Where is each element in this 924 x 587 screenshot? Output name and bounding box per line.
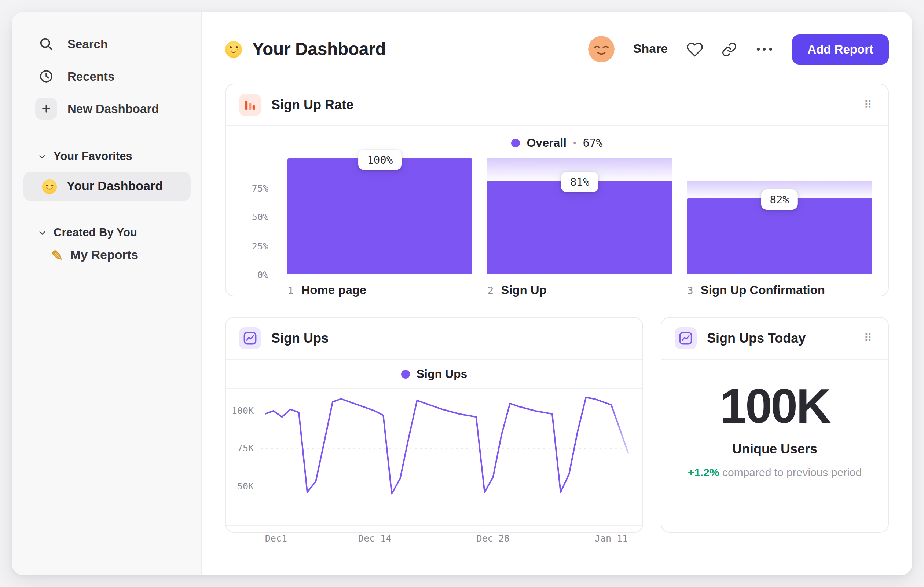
favorite-heart-button[interactable] bbox=[686, 41, 703, 58]
line-chart-icon bbox=[675, 327, 697, 349]
funnel-y-tick: 0% bbox=[257, 269, 268, 280]
funnel-bar[interactable] bbox=[287, 159, 473, 274]
sidebar-item-label: Your Dashboard bbox=[67, 179, 163, 194]
legend-value: 67% bbox=[582, 136, 602, 150]
line-y-tick: 50K bbox=[237, 480, 254, 491]
sidebar-item-your-dashboard[interactable]: Your Dashboard bbox=[23, 172, 191, 201]
card-title: Sign Ups bbox=[271, 331, 629, 346]
legend-series-name: Overall bbox=[526, 136, 566, 150]
page-title: Your Dashboard bbox=[252, 39, 386, 60]
created-by-you-section-header[interactable]: Created By You bbox=[12, 226, 201, 239]
more-options-button[interactable] bbox=[755, 43, 774, 55]
funnel-y-tick: 25% bbox=[252, 240, 268, 251]
sidebar-item-label: My Reports bbox=[70, 248, 138, 263]
link-icon bbox=[721, 41, 737, 57]
chevron-down-icon bbox=[38, 228, 46, 236]
sidebar-item-recents[interactable]: Recents bbox=[12, 60, 201, 93]
funnel-y-axis: 75% 50% 25% 0% bbox=[242, 159, 273, 274]
card-title: Sign Up Rate bbox=[271, 97, 851, 112]
share-button[interactable]: Share bbox=[633, 42, 668, 56]
user-avatar[interactable] bbox=[589, 36, 615, 62]
legend-dot-icon bbox=[401, 370, 410, 379]
sidebar-item-label: Recents bbox=[68, 69, 114, 83]
app-window: Search Recents New Dashboard Your Favori… bbox=[12, 12, 912, 575]
line-chart: 100K 75K 50K bbox=[226, 396, 642, 519]
ellipsis-icon bbox=[756, 48, 759, 51]
funnel-bar-value-label: 82% bbox=[761, 189, 797, 210]
smiley-face-icon bbox=[42, 179, 57, 194]
metric-value: 100K bbox=[662, 382, 888, 430]
sidebar-section-created-by-you: Created By You ✎ My Reports bbox=[12, 226, 201, 263]
x-tick-label: Jan 11 bbox=[595, 533, 628, 544]
funnel-column: 100% bbox=[287, 159, 473, 274]
section-title: Created By You bbox=[54, 226, 137, 239]
sidebar-section-favorites: Your Favorites Your Dashboard bbox=[12, 150, 201, 201]
legend-dot-icon bbox=[511, 139, 520, 147]
section-title: Your Favorites bbox=[54, 150, 132, 163]
favorites-section-header[interactable]: Your Favorites bbox=[12, 150, 201, 163]
funnel-y-tick: 50% bbox=[252, 211, 268, 222]
sidebar: Search Recents New Dashboard Your Favori… bbox=[12, 12, 202, 575]
sign-up-rate-card: Sign Up Rate ⠿ Overall • 67% 75% 50% 25%… bbox=[225, 84, 889, 296]
plus-icon bbox=[35, 98, 57, 120]
funnel-bar[interactable] bbox=[487, 180, 672, 274]
x-tick-label: Dec 28 bbox=[477, 533, 510, 544]
step-name: Home page bbox=[301, 283, 366, 297]
drag-handle-icon[interactable]: ⠿ bbox=[861, 330, 875, 346]
line-chart-icon bbox=[239, 327, 261, 349]
funnel-y-tick: 75% bbox=[252, 182, 268, 193]
funnel-column: 81% bbox=[487, 159, 672, 274]
dashboard-header: Your Dashboard Share bbox=[225, 32, 889, 66]
sign-ups-card: Sign Ups Sign Ups 100K 75K 50K bbox=[225, 317, 643, 533]
smiley-face-icon bbox=[225, 41, 242, 58]
copy-link-button[interactable] bbox=[721, 41, 737, 57]
line-y-tick: 75K bbox=[237, 443, 254, 454]
funnel-legend[interactable]: Overall • 67% bbox=[242, 136, 872, 150]
pencil-icon: ✎ bbox=[51, 248, 63, 262]
main-content: Your Dashboard Share bbox=[202, 12, 912, 575]
step-name: Sign Up bbox=[501, 283, 547, 297]
x-tick-label: Dec 14 bbox=[358, 533, 391, 544]
line-y-tick: 100K bbox=[232, 405, 254, 416]
funnel-step-label: 3 Sign Up Confirmation bbox=[687, 283, 872, 297]
funnel-bar-value-label: 81% bbox=[561, 172, 598, 192]
card-title: Sign Ups Today bbox=[707, 331, 851, 346]
sign-ups-today-card: Sign Ups Today ⠿ 100K Unique Users +1.2%… bbox=[661, 317, 889, 533]
chevron-down-icon bbox=[38, 152, 46, 160]
funnel-column: 82% bbox=[687, 159, 872, 274]
line-y-axis: 100K 75K 50K bbox=[226, 396, 260, 519]
metric-delta: +1.2% bbox=[688, 466, 719, 478]
funnel-plot: 75% 50% 25% 0% 100% 81% bbox=[242, 159, 872, 274]
line-legend[interactable]: Sign Ups bbox=[226, 360, 642, 389]
drag-handle-icon[interactable]: ⠿ bbox=[861, 97, 875, 113]
step-name: Sign Up Confirmation bbox=[701, 283, 825, 297]
sidebar-item-label: Search bbox=[68, 37, 108, 51]
clock-icon bbox=[35, 65, 57, 87]
sidebar-item-new-dashboard[interactable]: New Dashboard bbox=[12, 93, 201, 125]
funnel-chart-icon bbox=[239, 94, 261, 116]
line-x-axis: Dec1Dec 14Dec 28Jan 11 bbox=[226, 525, 642, 550]
relieved-face-avatar-icon bbox=[589, 36, 615, 62]
legend-series-name: Sign Ups bbox=[417, 368, 467, 381]
add-report-button[interactable]: Add Report bbox=[792, 34, 889, 64]
funnel-step-label: 2 Sign Up bbox=[487, 283, 672, 297]
search-icon bbox=[35, 33, 57, 55]
legend-separator: • bbox=[573, 138, 576, 148]
heart-icon bbox=[686, 41, 703, 58]
step-number: 3 bbox=[687, 285, 693, 296]
step-number: 1 bbox=[287, 285, 294, 296]
sidebar-item-label: New Dashboard bbox=[68, 102, 159, 116]
funnel-step-labels: 1 Home page 2 Sign Up 3 Sign Up Confirma… bbox=[242, 283, 872, 297]
line-plot[interactable] bbox=[261, 396, 632, 519]
screenshot-root: Search Recents New Dashboard Your Favori… bbox=[0, 0, 924, 587]
line-series[interactable] bbox=[265, 397, 628, 493]
funnel-bar-value-label: 100% bbox=[358, 150, 401, 170]
metric-delta-note: compared to previous period bbox=[722, 466, 862, 478]
sidebar-item-search[interactable]: Search bbox=[12, 28, 201, 60]
sidebar-item-my-reports[interactable]: ✎ My Reports bbox=[12, 248, 201, 263]
step-number: 2 bbox=[487, 285, 493, 296]
x-tick-label: Dec1 bbox=[265, 533, 287, 544]
funnel-step-label: 1 Home page bbox=[287, 283, 473, 297]
metric-label: Unique Users bbox=[662, 442, 888, 457]
